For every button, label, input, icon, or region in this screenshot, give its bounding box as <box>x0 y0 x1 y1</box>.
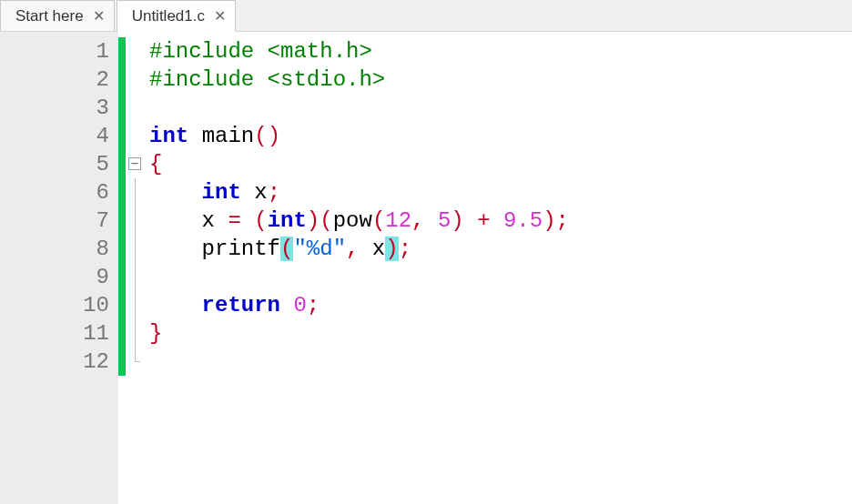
line-number: 7 <box>0 207 118 235</box>
line-number: 8 <box>0 235 118 263</box>
change-mark <box>118 178 126 207</box>
code-line[interactable]: #include <math.h> <box>149 37 852 66</box>
line-number: 4 <box>0 122 118 150</box>
close-icon[interactable]: ✕ <box>93 9 105 24</box>
line-number: 2 <box>0 66 118 94</box>
line-number: 5 <box>0 150 118 178</box>
fold-guide <box>126 263 144 291</box>
change-mark <box>118 348 126 376</box>
fold-guide-end <box>126 348 144 376</box>
change-indicator-bar <box>118 32 126 504</box>
line-number: 6 <box>0 178 118 207</box>
code-line[interactable]: } <box>149 319 852 348</box>
fold-guide <box>126 207 144 235</box>
code-line[interactable] <box>149 94 852 122</box>
code-line[interactable]: int main() <box>149 122 852 150</box>
change-mark <box>118 263 126 291</box>
line-number: 12 <box>0 348 118 376</box>
code-line[interactable] <box>149 263 852 291</box>
tab-label: Untitled1.c <box>132 7 205 25</box>
fold-guide <box>126 291 144 319</box>
code-line[interactable]: x = (int)(pow(12, 5) + 9.5); <box>149 207 852 235</box>
fold-empty <box>126 66 144 94</box>
tab-untitled1[interactable]: Untitled1.c ✕ <box>117 0 236 32</box>
line-number-gutter: 123456789101112 <box>0 32 118 504</box>
code-line[interactable]: printf("%d", x); <box>149 235 852 263</box>
code-line[interactable]: int x; <box>149 178 852 207</box>
change-mark <box>118 66 126 94</box>
change-mark <box>118 291 126 319</box>
tab-start-here[interactable]: Start here ✕ <box>0 0 115 31</box>
code-editor[interactable]: #include <math.h>#include <stdio.h>int m… <box>144 32 852 504</box>
line-number: 9 <box>0 263 118 291</box>
fold-gutter: − <box>126 32 144 504</box>
change-mark <box>118 150 126 178</box>
code-line[interactable]: #include <stdio.h> <box>149 66 852 94</box>
fold-empty <box>126 37 144 66</box>
line-number: 11 <box>0 319 118 348</box>
code-line[interactable]: return 0; <box>149 291 852 319</box>
change-mark <box>118 207 126 235</box>
tab-label: Start here <box>15 7 84 25</box>
change-mark <box>118 235 126 263</box>
code-line[interactable]: { <box>149 150 852 178</box>
line-number: 1 <box>0 37 118 66</box>
line-number: 10 <box>0 291 118 319</box>
change-mark <box>118 122 126 150</box>
fold-guide <box>126 235 144 263</box>
change-mark <box>118 319 126 348</box>
code-line[interactable] <box>149 348 852 376</box>
tab-bar: Start here ✕ Untitled1.c ✕ <box>0 0 852 32</box>
close-icon[interactable]: ✕ <box>214 9 226 24</box>
line-number: 3 <box>0 94 118 122</box>
fold-guide <box>126 178 144 207</box>
fold-guide <box>126 319 144 348</box>
change-mark <box>118 94 126 122</box>
fold-empty <box>126 122 144 150</box>
fold-toggle-icon[interactable]: − <box>126 150 144 178</box>
editor-area: 123456789101112 − #include <math.h>#incl… <box>0 32 852 504</box>
change-mark <box>118 37 126 66</box>
fold-empty <box>126 94 144 122</box>
